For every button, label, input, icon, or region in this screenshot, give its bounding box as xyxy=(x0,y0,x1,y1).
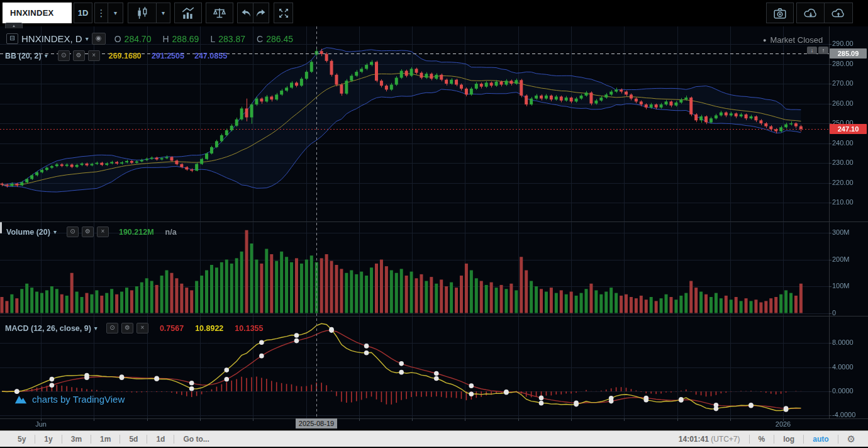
trading-chart-app: { "ui": { "toolbar": {"symbol": "HNXINDE… xyxy=(0,0,868,448)
high-value: 288.69 xyxy=(172,34,199,44)
eye-icon[interactable]: ⊙ xyxy=(106,323,118,333)
redo-button[interactable] xyxy=(253,3,269,23)
range-1m-button[interactable]: 1m xyxy=(91,435,120,444)
cloud-download-icon xyxy=(803,6,818,20)
chevron-down-icon[interactable]: ▾ xyxy=(94,325,97,332)
chevron-down-icon[interactable]: ▾ xyxy=(86,35,89,42)
clock[interactable]: 14:01:41 (UTC+7) xyxy=(670,435,749,444)
indicators-icon xyxy=(181,6,195,20)
range-5y-button[interactable]: 5y xyxy=(9,435,35,444)
clock-timezone: (UTC+7) xyxy=(711,435,740,444)
chevron-down-icon[interactable]: ▾ xyxy=(45,52,48,59)
eye-icon[interactable]: ⊙ xyxy=(58,50,70,61)
last-price-label: 247.10 xyxy=(830,124,867,134)
cloud-upload-icon xyxy=(831,6,846,20)
scroll-down-button[interactable]: ↓ xyxy=(807,47,817,54)
macd-legend: MACD (12, 26, close, 9) ▾ ⊙ ⚙ × 0.7567 1… xyxy=(5,323,264,333)
symbol-title: HNXINDEX, D xyxy=(21,33,82,44)
clock-time: 14:01:41 xyxy=(679,435,709,444)
close-icon[interactable]: × xyxy=(97,227,109,237)
interval-label: 1D xyxy=(78,8,89,18)
fullscreen-icon xyxy=(277,7,290,20)
eye-icon[interactable]: ◉ xyxy=(92,33,106,45)
bb-upper-value: 291.2505 xyxy=(152,52,184,60)
market-status: ● Market Closed xyxy=(763,35,823,45)
percent-scale-button[interactable]: % xyxy=(750,435,774,444)
chart-type-dropdown-button[interactable]: ▾ xyxy=(156,3,170,23)
gear-icon[interactable]: ⚙ xyxy=(121,323,133,333)
range-3m-button[interactable]: 3m xyxy=(62,435,91,444)
chart-area: ⊟ HNXINDEX, D ▾ ◉ O 284.70 H 288.69 L 28… xyxy=(0,26,868,429)
bb-basis-value: 269.1680 xyxy=(109,52,142,60)
gear-icon[interactable]: ⚙ xyxy=(82,227,94,237)
pane-resize-grip[interactable] xyxy=(0,222,2,233)
close-label: C xyxy=(257,34,263,44)
candlestick-icon xyxy=(135,6,149,20)
symbol-input[interactable]: HNXINDEX xyxy=(3,3,72,23)
close-icon[interactable]: × xyxy=(136,323,148,333)
save-chart-button[interactable] xyxy=(824,3,853,23)
main-legend: ⊟ HNXINDEX, D ▾ ◉ O 284.70 H 288.69 L 28… xyxy=(6,33,293,45)
collapse-legend-icon[interactable]: ⊟ xyxy=(6,33,18,44)
gear-icon[interactable]: ⚙ xyxy=(73,50,85,61)
macd-hist-value: 0.7567 xyxy=(160,324,184,333)
chart-type-button[interactable] xyxy=(128,3,157,23)
chevron-down-icon: ▾ xyxy=(114,9,117,16)
styles-menu-button[interactable]: ⋮ xyxy=(94,3,108,23)
interval-dropdown-button[interactable]: ▾ xyxy=(108,3,123,23)
open-value: 284.70 xyxy=(125,34,152,44)
scales-icon xyxy=(213,6,226,20)
bb-title: BB (20, 2) xyxy=(5,52,42,60)
indicators-button[interactable] xyxy=(174,3,202,23)
undo-button[interactable] xyxy=(237,3,253,23)
market-status-label: Market Closed xyxy=(770,35,823,45)
status-dot-icon: ● xyxy=(763,37,766,43)
toolbar-collapse-tab[interactable]: ▴ xyxy=(5,23,23,28)
interval-button[interactable]: 1D xyxy=(74,3,92,23)
low-value: 283.87 xyxy=(218,34,245,44)
auto-scale-button[interactable]: auto xyxy=(804,435,837,444)
volume-ma-value: n/a xyxy=(165,228,177,237)
chevron-down-icon: ▾ xyxy=(162,9,165,16)
range-1d-button[interactable]: 1d xyxy=(147,435,174,444)
range-5d-button[interactable]: 5d xyxy=(120,435,147,444)
price-axis[interactable] xyxy=(829,26,868,418)
low-label: L xyxy=(210,34,215,44)
log-scale-button[interactable]: log xyxy=(774,435,803,444)
volume-legend: Volume (20) ▾ ⊙ ⚙ × 190.212M n/a xyxy=(6,227,177,237)
tradingview-logo-icon xyxy=(14,393,28,405)
close-value: 286.45 xyxy=(266,34,293,44)
open-label: O xyxy=(114,34,121,44)
volume-title: Volume (20) xyxy=(6,228,50,237)
bb-lower-value: 247.0855 xyxy=(194,52,227,60)
compare-button[interactable] xyxy=(206,3,233,23)
macd-title: MACD (12, 26, close, 9) xyxy=(5,324,91,333)
scroll-up-button[interactable]: ↑ xyxy=(818,47,828,54)
time-axis[interactable] xyxy=(0,418,829,429)
redo-arrow-icon xyxy=(255,7,267,20)
chevron-down-icon[interactable]: ▾ xyxy=(53,228,57,235)
gear-icon[interactable]: ⚙ xyxy=(838,434,864,445)
high-label: H xyxy=(162,34,169,44)
kebab-icon: ⋮ xyxy=(97,8,106,18)
bb-legend: BB (20, 2) ▾ ⊙ ⚙ × 269.1680 291.2505 247… xyxy=(5,50,227,61)
volume-value: 190.212M xyxy=(119,228,154,237)
goto-button[interactable]: Go to... xyxy=(174,435,218,444)
eye-icon[interactable]: ⊙ xyxy=(67,227,79,237)
fullscreen-button[interactable] xyxy=(274,3,293,23)
macd-line-value: 10.8922 xyxy=(195,324,223,333)
bottom-toolbar: 5y 1y 3m 1m 5d 1d Go to... 14:01:41 (UTC… xyxy=(0,430,868,447)
camera-icon xyxy=(773,6,787,20)
close-icon[interactable]: × xyxy=(88,50,100,61)
watermark-text[interactable]: charts by TradingView xyxy=(32,394,125,405)
crosshair-date-label: 2025-08-19 xyxy=(296,418,337,428)
screenshot-button[interactable] xyxy=(766,3,794,23)
load-chart-button[interactable] xyxy=(796,3,825,23)
undo-arrow-icon xyxy=(240,7,252,20)
range-1y-button[interactable]: 1y xyxy=(35,435,61,444)
reference-price-label: 285.09 xyxy=(830,48,867,59)
watermark: charts by TradingView xyxy=(14,393,125,405)
macd-signal-value: 10.1355 xyxy=(235,324,263,333)
